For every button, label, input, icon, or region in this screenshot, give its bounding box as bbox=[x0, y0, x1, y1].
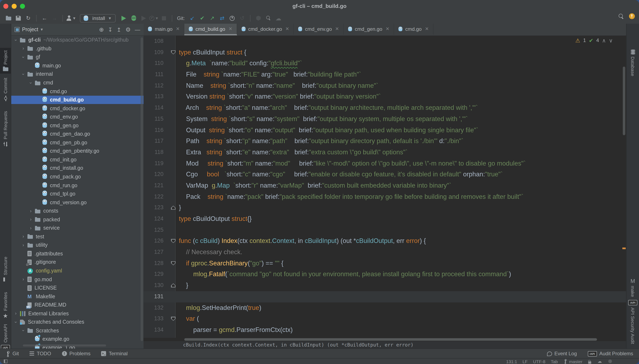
line-number[interactable]: 131 bbox=[144, 291, 164, 302]
tool-window-button-todo[interactable]: TODO bbox=[30, 351, 51, 356]
chevron-closed-icon[interactable]: › bbox=[21, 277, 26, 282]
code-line-111[interactable]: 111 File string `name:"FILE" arg:"true" … bbox=[144, 69, 626, 80]
line-number[interactable]: 130 bbox=[144, 280, 164, 291]
line-number[interactable]: 113 bbox=[144, 91, 164, 102]
line-number[interactable]: 119 bbox=[144, 158, 164, 169]
code-line-112[interactable]: 112 Name string `short:"n" name:"name" b… bbox=[144, 80, 626, 91]
status-item[interactable] bbox=[588, 359, 592, 364]
forward-button[interactable]: → bbox=[50, 14, 60, 23]
tree-item-gf-cli[interactable]: ›gf-cli~/Workspace/Go/GOPATH/src/github bbox=[11, 36, 144, 44]
status-item-utf8[interactable]: UTF-8 bbox=[533, 359, 546, 364]
tab-cmd_build.go[interactable]: cmd_build.go✕ bbox=[184, 24, 237, 35]
code-line-132[interactable]: 132 mlog.SetHeaderPrint(true) bbox=[144, 302, 626, 313]
tool-window-button-git[interactable]: Git bbox=[6, 351, 19, 356]
tree-item-cmd_gen_dao.go[interactable]: cmd_gen_dao.go bbox=[11, 130, 144, 138]
tree-item-Makefile[interactable]: Makefile bbox=[11, 292, 144, 301]
tab-cmd_gen.go[interactable]: cmd_gen.go✕ bbox=[344, 24, 394, 35]
status-item-master[interactable]: master bbox=[563, 358, 582, 364]
code-line-118[interactable]: 118 Extra string `short:"e" name:"extra"… bbox=[144, 147, 626, 158]
chevron-closed-icon[interactable]: › bbox=[21, 243, 26, 248]
chevron-closed-icon[interactable]: › bbox=[21, 234, 26, 239]
line-number[interactable]: 124 bbox=[144, 214, 164, 224]
close-icon[interactable]: ✕ bbox=[386, 26, 390, 32]
tree-item-cmd_build.go[interactable]: cmd_build.go bbox=[11, 96, 144, 104]
run-play-button[interactable] bbox=[119, 14, 129, 23]
tool-window-button-openapi[interactable]: OpenAPI bbox=[0, 324, 11, 350]
tree-item-main.go[interactable]: main.go bbox=[11, 61, 144, 70]
line-number[interactable]: 115 bbox=[144, 114, 164, 124]
code-line-129[interactable]: 129 mlog.Fatalf(`command "go" not found … bbox=[144, 269, 626, 280]
tree-item-cmd_gen_pb.go[interactable]: cmd_gen_pb.go bbox=[11, 138, 144, 147]
fold-marker[interactable] bbox=[171, 239, 176, 243]
code-line-128[interactable]: 128 if gproc.SearchBinary("go") == "" { bbox=[144, 258, 626, 269]
tree-item-go.mod[interactable]: ›go.mod bbox=[11, 275, 144, 284]
open-folder-button[interactable] bbox=[3, 14, 13, 23]
tree-item-.gitattributes[interactable]: .gitattributes bbox=[11, 250, 144, 258]
code-line-121[interactable]: 121 VarMap g.Map `short:"r" name:"varMap… bbox=[144, 180, 626, 191]
chevron-open-icon[interactable]: › bbox=[21, 329, 26, 333]
line-number[interactable]: 120 bbox=[144, 169, 164, 180]
user-button[interactable]: ▼ bbox=[66, 14, 76, 23]
profiler-button[interactable]: ▼ bbox=[149, 14, 159, 23]
chevron-closed-icon[interactable]: › bbox=[21, 46, 26, 51]
sync-button[interactable]: ↻ bbox=[23, 14, 33, 23]
tree-item-cmd_tpl.go[interactable]: cmd_tpl.go bbox=[11, 190, 144, 198]
line-number[interactable]: 134 bbox=[144, 324, 164, 336]
save-button[interactable] bbox=[13, 14, 23, 23]
warning-stripe-mark[interactable] bbox=[622, 248, 626, 249]
chevron-open-icon[interactable]: › bbox=[14, 38, 18, 42]
back-button[interactable]: ← bbox=[40, 14, 50, 23]
code-line-109[interactable]: 109type cBuildInput struct { bbox=[144, 47, 626, 58]
git-update-button[interactable]: ↙ bbox=[187, 14, 197, 23]
chevron-closed-icon[interactable]: › bbox=[29, 208, 33, 213]
code-line-115[interactable]: 115 System string `short:"s" name:"syste… bbox=[144, 114, 626, 124]
status-item-tab[interactable]: Tab bbox=[551, 359, 558, 364]
breadcrumb[interactable]: cBuild.Index(ctx context.Context, in cBu… bbox=[144, 341, 626, 348]
line-number[interactable]: 112 bbox=[144, 80, 164, 91]
fold-marker[interactable] bbox=[171, 261, 176, 266]
chevron-open-icon[interactable]: › bbox=[21, 72, 26, 76]
close-icon[interactable]: ✕ bbox=[176, 26, 180, 32]
hide-icon[interactable]: — bbox=[135, 27, 140, 32]
tree-item-config.yaml[interactable]: config.yaml bbox=[11, 267, 144, 275]
code-line-123[interactable]: 123} bbox=[144, 202, 626, 214]
code-line-117[interactable]: 117 Path string `short:"p" name:"path" b… bbox=[144, 136, 626, 147]
tree-item-cmd_gen_pbentity.go[interactable]: cmd_gen_pbentity.go bbox=[11, 147, 144, 156]
line-number[interactable]: 126 bbox=[144, 236, 164, 247]
tree-item-cmd_version.go[interactable]: cmd_version.go bbox=[11, 198, 144, 207]
tree-item-cmd_pack.go[interactable]: cmd_pack.go bbox=[11, 173, 144, 181]
editor-horizontal-scrollbar[interactable] bbox=[144, 338, 626, 341]
tree-item-External Libraries[interactable]: ›External Libraries bbox=[11, 309, 144, 318]
code-line-116[interactable]: 116 Output string `short:"o" name:"outpu… bbox=[144, 124, 626, 136]
find-usages-button[interactable] bbox=[263, 14, 273, 23]
line-number[interactable]: 108 bbox=[144, 36, 164, 47]
project-vertical-scrollbar[interactable] bbox=[140, 38, 143, 341]
code-line-114[interactable]: 114 Arch string `short:"a" name:"arch" b… bbox=[144, 102, 626, 113]
tree-item-.github[interactable]: ›.github bbox=[11, 44, 144, 53]
chevron-closed-icon[interactable]: › bbox=[29, 217, 33, 222]
line-number[interactable]: 122 bbox=[144, 191, 164, 202]
tree-item-cmd[interactable]: ›cmd bbox=[11, 78, 144, 87]
line-number[interactable]: 109 bbox=[144, 47, 164, 58]
code-line-122[interactable]: 122 Pack string `name:"pack" brief:"pack… bbox=[144, 191, 626, 202]
close-icon[interactable]: ✕ bbox=[228, 26, 232, 32]
code-line-113[interactable]: 113 Version string `short:"v" name:"vers… bbox=[144, 91, 626, 102]
services-hexagon-button[interactable] bbox=[253, 14, 263, 23]
stop-button[interactable] bbox=[159, 14, 169, 23]
tool-window-button-project[interactable]: Project bbox=[0, 48, 11, 74]
line-number[interactable]: 135 bbox=[144, 336, 164, 338]
code-line-108[interactable]: 108 bbox=[144, 36, 626, 47]
history-clock-button[interactable] bbox=[227, 14, 237, 23]
close-icon[interactable]: ✕ bbox=[425, 26, 429, 32]
tree-item-cmd_env.go[interactable]: cmd_env.go bbox=[11, 113, 144, 121]
chevron-open-icon[interactable]: › bbox=[21, 55, 26, 59]
tree-item-packed[interactable]: ›packed bbox=[11, 215, 144, 224]
status-item[interactable] bbox=[608, 359, 612, 364]
code-line-133[interactable]: 133 var ( bbox=[144, 313, 626, 324]
collapse-all-icon[interactable]: ↥ bbox=[117, 27, 121, 32]
tool-window-button-favorites[interactable]: Favorites★ bbox=[0, 292, 11, 319]
tool-window-button-problems[interactable]: Problems bbox=[62, 351, 90, 356]
code-line-126[interactable]: 126func (c cBuild) Index(ctx context.Con… bbox=[144, 236, 626, 247]
line-number[interactable]: 111 bbox=[144, 69, 164, 80]
status-item-1311[interactable]: 131:1 bbox=[506, 359, 517, 364]
